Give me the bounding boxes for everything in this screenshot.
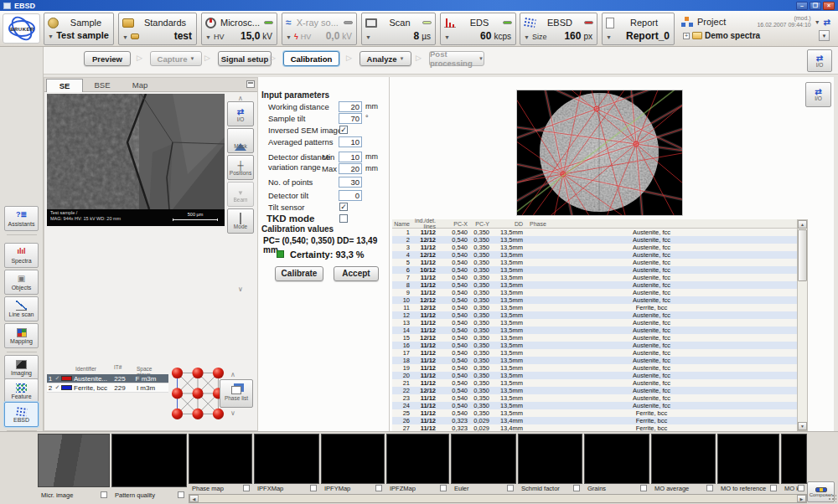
close-button[interactable]: × xyxy=(823,2,835,10)
sidebar-item-assistants[interactable]: ?≣Assistants xyxy=(4,206,39,231)
table-row[interactable]: 511/120,5400,35013,5mmAustenite, fcc xyxy=(392,259,797,266)
phase-checkbox[interactable]: ✓ xyxy=(54,384,61,391)
io-button[interactable]: ⇄ I/O xyxy=(807,49,832,72)
thumbnail-schmid-factor[interactable] xyxy=(518,434,582,484)
scroll-up-icon[interactable]: ▲ xyxy=(798,220,807,229)
table-row[interactable]: 2611/120,3230,02913,4mmFerrite, bcc xyxy=(392,417,797,424)
thumbnail-grains[interactable] xyxy=(584,434,649,484)
positions-button[interactable]: ┼Positions xyxy=(227,155,254,180)
scroll-right-icon[interactable]: ▶ xyxy=(797,495,806,502)
toolbar-group-microscope[interactable]: Microsc... ▼ HV 15,0 kV xyxy=(201,13,277,45)
thumbnail-mo-average[interactable] xyxy=(651,434,716,484)
sidebar-item-imaging[interactable]: Imaging xyxy=(4,355,39,380)
table-row[interactable]: 2111/120,5400,35013,5mmAustenite, fcc xyxy=(392,379,797,387)
table-row[interactable]: 1211/120,5400,35013,5mmAustenite, fcc xyxy=(392,311,797,319)
tab-map[interactable]: Map xyxy=(122,79,158,92)
i-o-button[interactable]: ⇄I/O xyxy=(227,101,254,126)
chevron-down-icon[interactable]: ▼ xyxy=(48,33,54,39)
toolbar-group-eds[interactable]: EDS ▼ 60 kcps xyxy=(440,13,516,45)
toolbar-group-report[interactable]: Report ▼ Report_0 xyxy=(602,13,675,45)
chevron-down-icon[interactable]: ▼ xyxy=(524,34,530,40)
thumbnail-checkbox[interactable] xyxy=(770,485,777,491)
detector-tilt-input[interactable]: 0 xyxy=(339,190,362,201)
table-scrollbar[interactable]: ▲ ▼ xyxy=(797,219,808,431)
toolbar-group-project[interactable]: Project (mod.) 16.02.2007 09:44:10 ▼ ⇄ +… xyxy=(680,13,834,45)
sidebar-item-objects[interactable]: ▣Objects xyxy=(4,270,39,295)
thumbnail-checkbox[interactable] xyxy=(310,485,317,491)
sidebar-item-mapping[interactable]: Mapping xyxy=(4,323,39,348)
working-distance-input[interactable]: 20 xyxy=(339,101,362,112)
thumbnail-ipfymap[interactable] xyxy=(321,434,385,484)
io-swap-icon[interactable]: ⇄ xyxy=(824,18,830,27)
chevron-down-icon[interactable]: ▼ xyxy=(444,34,450,40)
signal-setup-button[interactable]: Signal setup xyxy=(218,51,272,66)
resize-grip[interactable] xyxy=(828,494,836,502)
col-dd[interactable]: DD xyxy=(489,221,523,227)
table-row[interactable]: 1811/120,5400,35013,5mmAustenite, fcc xyxy=(392,357,797,364)
table-row[interactable]: 2212/120,5400,35013,5mmAustenite, fcc xyxy=(392,387,797,394)
thumbnail-phase-map[interactable] xyxy=(189,434,252,484)
thumbnail-ipfxmap[interactable] xyxy=(254,434,319,484)
thumbnail-checkbox[interactable] xyxy=(101,491,107,498)
col-pc-y[interactable]: PC-Y xyxy=(468,221,489,227)
sidebar-item-ebsd[interactable]: EBSD xyxy=(4,402,39,427)
table-row[interactable]: 2411/120,5400,35013,5mmAustenite, fcc xyxy=(392,402,797,409)
project-dropdown-button[interactable]: ▼ xyxy=(819,30,830,41)
table-row[interactable]: 711/120,5400,35013,5mmAustenite, fcc xyxy=(392,274,797,281)
sample-tilt-input[interactable]: 70 xyxy=(339,113,362,124)
sidebar-item-spectra[interactable]: ılılSpectra xyxy=(4,243,39,268)
tilt-sensor-checkbox[interactable]: ✓ xyxy=(339,203,348,211)
maximize-panel-icon[interactable] xyxy=(246,80,255,88)
tools-scroll-down-icon[interactable]: ∨ xyxy=(227,285,254,293)
table-row[interactable]: 1911/120,5400,35013,5mmAustenite, fcc xyxy=(392,364,797,372)
beam-button[interactable]: ▼Beam xyxy=(227,182,254,207)
table-row[interactable]: 1112/120,5400,35013,5mmFerrite, bcc xyxy=(392,304,797,311)
thumbnail-checkbox[interactable] xyxy=(440,485,447,491)
table-row[interactable]: 1411/120,5400,35013,5mmAustenite, fcc xyxy=(392,327,797,334)
table-row[interactable]: 2311/120,5400,35013,5mmAustenite, fcc xyxy=(392,394,797,402)
thumbnail-checkbox[interactable] xyxy=(507,485,514,491)
chevron-down-icon[interactable]: ▼ xyxy=(122,34,128,40)
toolbar-group-xray[interactable]: ≈ X-ray so... ▼ ϟ HV 0,0 kV xyxy=(282,13,357,45)
col-pc-x[interactable]: PC-X xyxy=(436,221,468,227)
col-name[interactable]: Name xyxy=(392,221,412,227)
thumbnail-micr-image[interactable] xyxy=(38,434,110,487)
io-button[interactable]: ⇄ I/O xyxy=(805,82,831,107)
table-row[interactable]: 212/120,5400,35013,5mmAustenite, fcc xyxy=(392,236,797,244)
table-row[interactable]: 610/120,5400,35013,5mmAustenite, fcc xyxy=(392,266,797,274)
accept-button[interactable]: Accept xyxy=(334,266,379,281)
mode-button[interactable]: Mode xyxy=(227,208,254,234)
mask-button[interactable]: Mask xyxy=(227,128,254,153)
toolbar-group-scan[interactable]: Scan ▼ 8 µs xyxy=(361,13,436,45)
thumbnail-euler[interactable] xyxy=(451,434,516,484)
table-row[interactable]: 1611/120,5400,35013,5mmAustenite, fcc xyxy=(392,342,797,349)
sidebar-item-feature[interactable]: Feature xyxy=(4,378,39,404)
thumbnail-ipfzmap[interactable] xyxy=(386,434,449,484)
thumbnail-checkbox[interactable] xyxy=(178,491,184,498)
phase-scroll-down-icon[interactable]: ∨ xyxy=(220,409,246,417)
table-row[interactable]: 111/120,5400,35013,5mmAustenite, fcc xyxy=(392,229,797,236)
tkd-mode-checkbox[interactable] xyxy=(339,214,348,223)
col-phase[interactable]: Phase xyxy=(523,221,797,227)
tab-bse[interactable]: BSE xyxy=(84,79,121,92)
thumbnail-pattern-quality[interactable] xyxy=(111,434,187,487)
thumbnail-mo-ke[interactable] xyxy=(781,434,807,484)
phase-scroll-up-icon[interactable]: ∧ xyxy=(220,371,246,378)
scrollbar-thumb[interactable] xyxy=(798,229,807,281)
scroll-down-icon[interactable]: ▼ xyxy=(798,422,807,430)
thumbnail-checkbox[interactable] xyxy=(640,485,647,491)
toolbar-group-sample[interactable]: Sample ▼ Test sample xyxy=(44,13,114,45)
post-processing-button[interactable]: Post processing▼ xyxy=(429,51,484,66)
sidebar-item-line-scan[interactable]: Line scan xyxy=(4,296,39,321)
thumbnail-mo-to-reference[interactable] xyxy=(717,434,779,484)
table-row[interactable]: 1012/120,5400,35013,5mmAustenite, fcc xyxy=(392,296,797,304)
col-ind-det-lines[interactable]: ind./det. lines xyxy=(412,218,436,229)
thumbnail-checkbox[interactable] xyxy=(798,485,804,491)
scroll-left-icon[interactable]: ◀ xyxy=(189,495,199,502)
table-row[interactable]: 811/120,5400,35013,5mmAustenite, fcc xyxy=(392,281,797,289)
thumbnail-checkbox[interactable] xyxy=(573,485,580,491)
phase-row-ferrite[interactable]: 2 ✓ Ferrite, bcc 229 I m3m xyxy=(47,383,168,393)
no-of-points-input[interactable]: 30 xyxy=(339,177,362,188)
chevron-down-icon[interactable]: ▼ xyxy=(286,34,292,40)
phase-list-button[interactable]: Phase list xyxy=(220,379,253,408)
